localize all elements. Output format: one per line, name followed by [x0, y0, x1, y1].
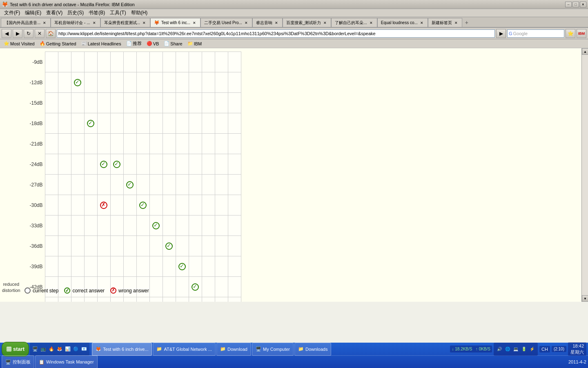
tab-3[interactable]: 🦊 Test with 6 inc... ✕ — [150, 18, 200, 27]
grid-cell-r5-c4[interactable] — [84, 154, 97, 175]
grid-cell-r10-c4[interactable] — [84, 256, 97, 277]
stop-button[interactable]: ✕ — [35, 29, 45, 38]
grid-cell-r0-c11[interactable] — [176, 52, 189, 72]
menu-tools[interactable]: 工具(T) — [107, 9, 128, 17]
forward-button[interactable]: ▶ — [13, 29, 22, 38]
grid-cell-r1-c9[interactable] — [149, 72, 163, 93]
grid-cell-r12-c4[interactable] — [84, 297, 97, 302]
grid-cell-r5-c13[interactable] — [202, 154, 215, 175]
grid-cell-r2-c15[interactable] — [228, 93, 241, 113]
grid-cell-r1-c4[interactable] — [84, 72, 97, 93]
minimize-button[interactable]: – — [565, 2, 572, 7]
grid-cell-r0-c6[interactable] — [110, 52, 123, 72]
grid-cell-r6-c5[interactable] — [97, 175, 110, 195]
grid-cell-r2-c12[interactable] — [189, 93, 202, 113]
grid-cell-r3-c10[interactable] — [163, 113, 176, 134]
grid-cell-r6-c15[interactable] — [228, 175, 241, 195]
grid-cell-r9-c5[interactable] — [97, 236, 110, 256]
grid-cell-r10-c3[interactable] — [71, 256, 84, 277]
taskbar-btn-att[interactable]: 📁 AT&T Global Network ... — [153, 343, 216, 356]
ibm-button[interactable]: IBM — [577, 29, 586, 38]
grid-cell-r10-c8[interactable] — [136, 256, 149, 277]
grid-cell-r8-c14[interactable] — [215, 215, 228, 236]
taskbar-btn-controlpanel[interactable]: 🖥️ 控制面板 — [2, 355, 34, 368]
grid-cell-r0-c4[interactable] — [84, 52, 97, 72]
grid-cell-r10-c10[interactable] — [163, 256, 176, 277]
back-button[interactable]: ◀ — [2, 29, 11, 38]
grid-cell-r0-c7[interactable] — [123, 52, 136, 72]
grid-cell-r8-c1[interactable] — [45, 215, 58, 236]
grid-cell-r7-c14[interactable] — [215, 195, 228, 215]
ql-icon-7[interactable]: 📧 — [80, 346, 88, 353]
grid-cell-r9-c2[interactable] — [58, 236, 71, 256]
tab-close-6[interactable]: ✕ — [323, 20, 327, 25]
grid-cell-r7-c5[interactable]: ✗ — [97, 195, 110, 215]
taskbar-btn-mycomputer[interactable]: 🖥️ My Computer — [252, 343, 294, 356]
grid-cell-r2-c9[interactable] — [149, 93, 163, 113]
grid-cell-r2-c14[interactable] — [215, 93, 228, 113]
ql-icon-6[interactable]: 🔵 — [72, 346, 80, 353]
grid-cell-r0-c9[interactable] — [149, 52, 163, 72]
grid-cell-r4-c12[interactable] — [189, 134, 202, 154]
new-tab-button[interactable]: + — [462, 18, 471, 27]
grid-cell-r0-c3[interactable] — [71, 52, 84, 72]
grid-cell-r5-c8[interactable] — [136, 154, 149, 175]
grid-cell-r10-c14[interactable] — [215, 256, 228, 277]
grid-cell-r3-c11[interactable] — [176, 113, 189, 134]
bookmarks-star[interactable]: ⭐ — [566, 29, 575, 38]
grid-cell-r1-c8[interactable] — [136, 72, 149, 93]
grid-cell-r5-c2[interactable] — [58, 154, 71, 175]
grid-cell-r0-c14[interactable] — [215, 52, 228, 72]
grid-cell-r2-c7[interactable] — [123, 93, 136, 113]
grid-cell-r4-c13[interactable] — [202, 134, 215, 154]
grid-cell-r7-c8[interactable]: ✓ — [136, 195, 149, 215]
bookmark-most-visited[interactable]: ⭐ Most Visited — [2, 40, 37, 47]
grid-cell-r7-c2[interactable] — [58, 195, 71, 215]
grid-cell-r9-c6[interactable] — [110, 236, 123, 256]
tab-0[interactable]: 【国内外高品质音... ✕ — [1, 18, 51, 27]
grid-cell-r12-c13[interactable]: ✓ — [202, 297, 215, 302]
grid-cell-r9-c3[interactable] — [71, 236, 84, 256]
grid-cell-r12-c2[interactable] — [58, 297, 71, 302]
grid-cell-r11-c14[interactable] — [215, 277, 228, 297]
grid-cell-r2-c10[interactable] — [163, 93, 176, 113]
grid-cell-r8-c2[interactable] — [58, 215, 71, 236]
grid-cell-r1-c1[interactable] — [45, 72, 58, 93]
grid-cell-r0-c5[interactable] — [97, 52, 110, 72]
grid-cell-r2-c1[interactable] — [45, 93, 58, 113]
grid-cell-r5-c11[interactable] — [176, 154, 189, 175]
taskbar-btn-download[interactable]: 📁 Download — [216, 343, 251, 356]
reload-button[interactable]: ↻ — [24, 29, 33, 38]
grid-cell-r11-c8[interactable] — [136, 277, 149, 297]
grid-cell-r4-c1[interactable] — [45, 134, 58, 154]
tab-close-0[interactable]: ✕ — [42, 20, 47, 25]
grid-cell-r9-c13[interactable] — [202, 236, 215, 256]
grid-cell-r1-c3[interactable]: ✓ — [71, 72, 84, 93]
grid-cell-r6-c7[interactable]: ✓ — [123, 175, 136, 195]
grid-cell-r9-c10[interactable]: ✓ — [163, 236, 176, 256]
grid-cell-r11-c4[interactable] — [84, 277, 97, 297]
grid-cell-r1-c12[interactable] — [189, 72, 202, 93]
ql-icon-2[interactable]: 📺 — [40, 346, 47, 353]
grid-cell-r2-c6[interactable] — [110, 93, 123, 113]
grid-cell-r6-c10[interactable] — [163, 175, 176, 195]
grid-cell-r3-c3[interactable] — [71, 113, 84, 134]
grid-cell-r4-c5[interactable] — [97, 134, 110, 154]
grid-cell-r2-c3[interactable] — [71, 93, 84, 113]
grid-cell-r8-c7[interactable] — [123, 215, 136, 236]
grid-cell-r5-c6[interactable]: ✓ — [110, 154, 123, 175]
grid-cell-r7-c13[interactable] — [202, 195, 215, 215]
grid-cell-r0-c12[interactable] — [189, 52, 202, 72]
grid-cell-r4-c2[interactable] — [58, 134, 71, 154]
grid-cell-r12-c11[interactable] — [176, 297, 189, 302]
grid-cell-r5-c14[interactable] — [215, 154, 228, 175]
tray-icon-1[interactable]: 🔊 — [496, 346, 503, 352]
grid-cell-r5-c9[interactable] — [149, 154, 163, 175]
grid-cell-r0-c2[interactable] — [58, 52, 71, 72]
bookmark-latest-headlines[interactable]: 📰 Latest Headlines — [79, 40, 123, 47]
grid-cell-r7-c6[interactable] — [110, 195, 123, 215]
grid-cell-r2-c2[interactable] — [58, 93, 71, 113]
grid-cell-r3-c4[interactable]: ✓ — [84, 113, 97, 134]
grid-cell-r9-c14[interactable] — [215, 236, 228, 256]
grid-cell-r11-c10[interactable] — [163, 277, 176, 297]
